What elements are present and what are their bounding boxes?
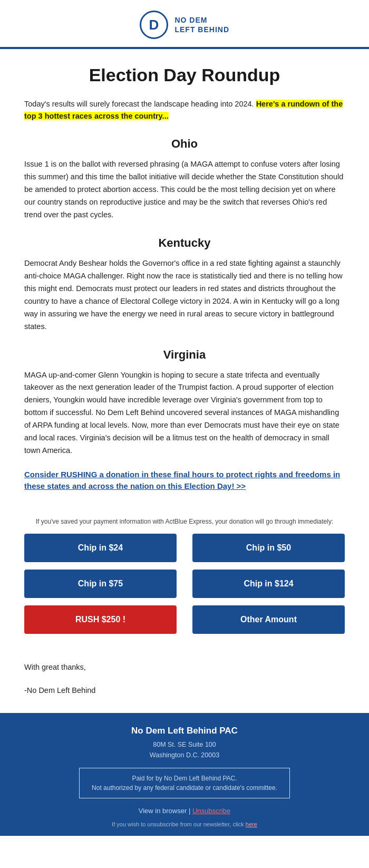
chip-124-button[interactable]: Chip in $124 — [192, 570, 345, 598]
kentucky-body: Democrat Andy Beshear holds the Governor… — [24, 257, 345, 333]
intro-plain: Today's results will surely forecast the… — [24, 100, 254, 108]
donation-grid: Chip in $24 Chip in $50 Chip in $75 Chip… — [24, 534, 345, 634]
logo: D NO DEM LEFT BEHIND — [0, 11, 369, 39]
donation-note: If you've saved your payment information… — [24, 518, 345, 525]
footer-links: View in browser | Unsubscribe — [21, 807, 348, 815]
closing-line1: With great thanks, — [24, 660, 345, 674]
virginia-body: MAGA up-and-comer Glenn Youngkin is hopi… — [24, 369, 345, 457]
ohio-body: Issue 1 is on the ballot with reversed p… — [24, 158, 345, 221]
logo-text: NO DEM LEFT BEHIND — [174, 15, 229, 34]
unsub-here-link[interactable]: here — [246, 821, 257, 827]
unsubscribe-link[interactable]: Unsubscribe — [192, 807, 230, 815]
closing-section: With great thanks, -No Dem Left Behind — [0, 650, 369, 713]
intro-paragraph: Today's results will surely forecast the… — [24, 98, 345, 122]
main-content: Election Day Roundup Today's results wil… — [0, 49, 369, 518]
chip-50-button[interactable]: Chip in $50 — [192, 534, 345, 562]
email-header: D NO DEM LEFT BEHIND — [0, 0, 369, 48]
other-amount-button[interactable]: Other Amount — [192, 605, 345, 634]
email-footer: No Dem Left Behind PAC 80M St. SE Suite … — [0, 713, 369, 836]
footer-unsub-note: If you wish to unsubscribe from our news… — [21, 821, 348, 827]
page-title: Election Day Roundup — [24, 65, 345, 85]
footer-address-line1: 80M St. SE Suite 100 — [153, 741, 216, 748]
virginia-title: Virginia — [24, 348, 345, 362]
view-in-browser-link[interactable]: View in browser — [139, 807, 187, 815]
kentucky-title: Kentucky — [24, 236, 345, 250]
closing-line2: -No Dem Left Behind — [24, 683, 345, 697]
ohio-title: Ohio — [24, 137, 345, 151]
footer-org-name: No Dem Left Behind PAC — [21, 726, 348, 736]
footer-disclaimer-text: Paid for by No Dem Left Behind PAC. Not … — [88, 774, 281, 793]
rush-250-button[interactable]: RUSH $250 ! — [24, 605, 177, 634]
chip-24-button[interactable]: Chip in $24 — [24, 534, 177, 562]
footer-address: 80M St. SE Suite 100 Washington D.C. 200… — [21, 739, 348, 760]
footer-disclaimer-box: Paid for by No Dem Left Behind PAC. Not … — [79, 768, 290, 798]
footer-separator: | — [189, 807, 192, 815]
footer-address-line2: Washington D.C. 20003 — [150, 751, 219, 759]
chip-75-button[interactable]: Chip in $75 — [24, 570, 177, 598]
logo-letter: D — [140, 11, 168, 39]
cta-link[interactable]: Consider RUSHING a donation in these fin… — [24, 469, 345, 493]
donation-section: If you've saved your payment information… — [0, 518, 369, 650]
